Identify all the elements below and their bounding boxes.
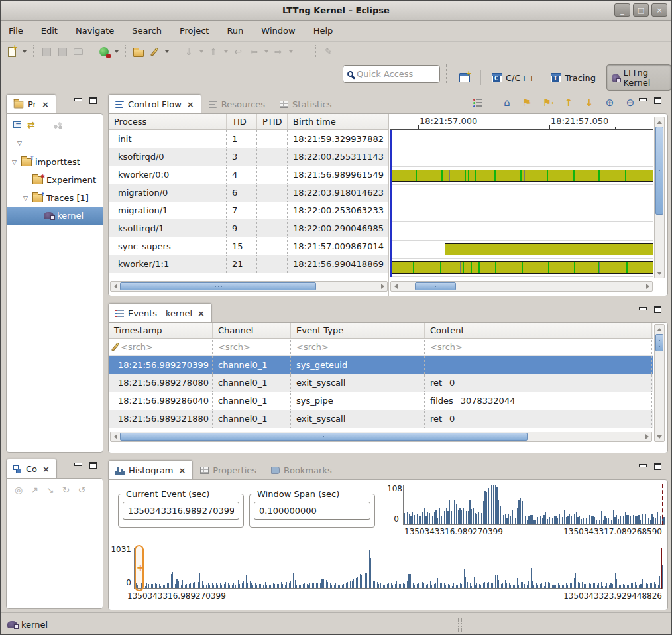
process-table-row[interactable]: migration/0618:22:03.918014623 <box>109 184 389 202</box>
events-hscrollbar[interactable] <box>110 432 652 442</box>
search-highlight-icon[interactable] <box>148 46 160 58</box>
back-icon[interactable]: ⇦ <box>248 46 260 58</box>
tab-control-flow[interactable]: Control Flow × <box>108 94 201 114</box>
close-window-button[interactable]: × <box>651 3 667 17</box>
close-icon[interactable]: × <box>178 465 186 475</box>
col-tid[interactable]: TID <box>227 114 257 129</box>
new-wizard-icon[interactable] <box>6 46 18 58</box>
save-icon[interactable] <box>40 46 52 58</box>
minimize-window-button[interactable]: _ <box>614 3 630 17</box>
timeline-row-migration-1[interactable] <box>390 203 653 222</box>
run-external-tools-icon[interactable] <box>98 46 110 58</box>
minimize-view-icon[interactable] <box>639 98 646 104</box>
menu-window[interactable]: Window <box>261 26 295 36</box>
search-content[interactable]: <srch> <box>430 342 463 352</box>
timeline-hscrollbar[interactable] <box>390 281 653 292</box>
events-search-row[interactable]: <srch> <srch> <srch> <srch> <box>109 339 653 356</box>
perspective-tracing[interactable]: T Tracing <box>545 70 601 86</box>
working-set-row[interactable]: ▽ <box>7 134 103 152</box>
menu-help[interactable]: Help <box>313 26 333 36</box>
menu-file[interactable]: File <box>9 26 23 36</box>
menu-run[interactable]: Run <box>227 26 243 36</box>
chevron-down-icon[interactable]: ▽ <box>16 140 23 146</box>
timeline-row-kworker-0-0[interactable] <box>390 167 653 186</box>
chevron-down-icon[interactable]: ▽ <box>22 195 29 202</box>
current-event-input[interactable] <box>123 502 239 520</box>
maximize-view-icon[interactable] <box>89 97 97 104</box>
connect-icon[interactable]: ↗ <box>30 485 38 495</box>
export-icon[interactable]: ⇑ <box>207 46 219 58</box>
forward-dropdown[interactable] <box>289 50 293 53</box>
timeline-row-init[interactable] <box>390 130 653 148</box>
open-trace-folder-icon[interactable] <box>133 46 144 58</box>
scroll-down-icon[interactable] <box>655 432 664 441</box>
perspective-cpp[interactable]: C C/C++ <box>486 70 540 86</box>
maximize-window-button[interactable]: □ <box>633 3 649 17</box>
minimize-view-icon[interactable] <box>74 463 82 469</box>
events-vscrollbar[interactable] <box>654 324 665 442</box>
tab-bookmarks[interactable]: Bookmarks <box>264 460 339 480</box>
maximize-view-icon[interactable] <box>654 463 661 470</box>
process-table-hscrollbar[interactable] <box>110 281 388 292</box>
col-channel[interactable]: Channel <box>213 323 291 338</box>
scroll-left-icon[interactable] <box>111 282 120 291</box>
new-connection-icon[interactable]: ◎ <box>15 485 23 495</box>
tree-item-experiment[interactable]: ✱Experiment <box>7 171 103 189</box>
search-dropdown[interactable] <box>165 50 169 53</box>
current-time-indicator[interactable] <box>390 130 392 277</box>
export-dropdown[interactable] <box>224 50 228 53</box>
tab-project-explorer[interactable]: Pr × <box>6 94 56 114</box>
process-table-row[interactable]: kworker/1:12118:21:56.990418869 <box>109 255 389 273</box>
save-all-icon[interactable] <box>56 46 68 58</box>
timeline-vscrollbar[interactable] <box>654 117 665 278</box>
disconnect-icon[interactable]: ↘ <box>46 485 54 495</box>
timeline-row-ksoftirqd-1[interactable] <box>390 222 653 241</box>
scroll-up-icon[interactable] <box>655 117 664 127</box>
scroll-down-icon[interactable] <box>655 268 664 278</box>
col-birth-time[interactable]: Birth time <box>288 114 388 129</box>
link-with-editor-icon[interactable]: ⇄ <box>27 121 35 129</box>
timeline-chart[interactable] <box>390 130 653 277</box>
refresh-icon[interactable]: ↻ <box>62 485 70 495</box>
last-edit-location-icon[interactable]: ↩ <box>232 46 244 58</box>
scroll-up-icon[interactable] <box>655 325 664 334</box>
chevron-down-icon[interactable]: ▽ <box>11 159 18 166</box>
col-content[interactable]: Content <box>425 323 652 338</box>
full-trace-histogram[interactable] <box>134 548 663 589</box>
next-process-icon[interactable]: ↓ <box>583 97 595 109</box>
col-timestamp[interactable]: Timestamp <box>109 323 213 338</box>
close-icon[interactable]: × <box>42 99 49 109</box>
maximize-view-icon[interactable] <box>654 306 661 313</box>
close-icon[interactable]: × <box>187 99 194 109</box>
import-dropdown[interactable] <box>199 50 203 53</box>
menu-navigate[interactable]: Navigate <box>76 26 114 36</box>
window-span-histogram[interactable] <box>403 485 665 525</box>
tab-control[interactable]: Co × <box>6 459 57 479</box>
scroll-right-icon[interactable] <box>643 282 652 291</box>
statusbar-drag-handle[interactable] <box>458 618 462 632</box>
event-row[interactable]: 18:21:56.989270399channel0_1sys_geteuid <box>109 356 653 374</box>
close-icon[interactable]: × <box>197 308 205 318</box>
timeline-row-migration-0[interactable] <box>390 185 653 203</box>
search-channel[interactable]: <srch> <box>218 342 251 352</box>
maximize-view-icon[interactable] <box>89 462 97 469</box>
col-process[interactable]: Process <box>109 114 227 129</box>
view-menu-icon[interactable] <box>53 121 63 129</box>
zoom-in-icon[interactable]: ⊕ <box>604 97 616 109</box>
menu-search[interactable]: Search <box>132 26 162 36</box>
event-row[interactable]: 18:21:56.989278080channel0_1exit_syscall… <box>109 374 653 392</box>
event-row[interactable]: 18:21:56.989286040channel0_1sys_pipefild… <box>109 392 653 410</box>
minimize-view-icon[interactable] <box>74 98 82 104</box>
process-table-row[interactable]: sync_supers1518:21:57.009867014 <box>109 237 389 255</box>
import-icon[interactable]: ⇓ <box>183 46 195 58</box>
process-table-row[interactable]: ksoftirqd/1918:22:00.290046985 <box>109 219 389 237</box>
zoom-out-icon[interactable]: ⊖ <box>624 97 636 109</box>
tree-item-importtest[interactable]: ▽Timporttest <box>7 153 103 171</box>
pin-editor-icon[interactable]: ✎ <box>323 46 335 58</box>
timeline-row-ksoftirqd-0[interactable] <box>390 148 653 167</box>
print-icon[interactable] <box>72 46 84 58</box>
timeline-row-sync-supers[interactable] <box>390 241 653 259</box>
back-dropdown[interactable] <box>264 50 268 53</box>
minimize-view-icon[interactable] <box>639 464 646 470</box>
perspective-lttng-kernel[interactable]: LTTng Kernel <box>606 64 671 91</box>
